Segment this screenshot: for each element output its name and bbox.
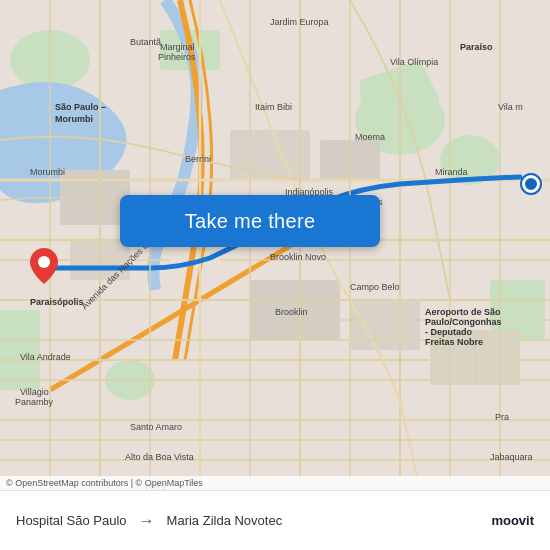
svg-rect-12: [350, 300, 420, 350]
moovit-brand-text: moovit: [491, 513, 534, 528]
svg-text:Pra: Pra: [495, 412, 509, 422]
svg-text:Santo Amaro: Santo Amaro: [130, 422, 182, 432]
svg-text:São Paulo –: São Paulo –: [55, 102, 106, 112]
svg-text:Villagio: Villagio: [20, 387, 49, 397]
origin-dot: [522, 175, 540, 193]
svg-point-52: [38, 256, 50, 268]
svg-text:Miranda: Miranda: [435, 167, 468, 177]
svg-text:Jabaquara: Jabaquara: [490, 452, 533, 462]
svg-text:Marginal: Marginal: [160, 42, 195, 52]
svg-text:Paraíso: Paraíso: [460, 42, 493, 52]
svg-text:Moema: Moema: [355, 132, 385, 142]
svg-text:Butantã: Butantã: [130, 37, 161, 47]
svg-text:Alto da Boa Vista: Alto da Boa Vista: [125, 452, 194, 462]
svg-text:Paulo/Congonhas: Paulo/Congonhas: [425, 317, 502, 327]
svg-text:Campo Belo: Campo Belo: [350, 282, 400, 292]
svg-text:Vila Olímpia: Vila Olímpia: [390, 57, 438, 67]
destination-pin: [30, 248, 58, 282]
svg-text:Aeroporto de São: Aeroporto de São: [425, 307, 501, 317]
map-attribution: © OpenStreetMap contributors | © OpenMap…: [0, 476, 550, 490]
take-me-there-label: Take me there: [185, 210, 316, 233]
svg-text:Berrini: Berrini: [185, 154, 211, 164]
map-view: São Paulo – Morumbi Morumbi Butantã Jard…: [0, 0, 550, 490]
destination-label: Maria Zilda Novotec: [167, 513, 283, 528]
svg-text:Brooklin Novo: Brooklin Novo: [270, 252, 326, 262]
svg-text:Jardim Europa: Jardim Europa: [270, 17, 329, 27]
svg-text:Itaim Bibi: Itaim Bibi: [255, 102, 292, 112]
svg-text:Pinheiros: Pinheiros: [158, 52, 196, 62]
take-me-there-button[interactable]: Take me there: [120, 195, 380, 247]
svg-text:Vila Andrade: Vila Andrade: [20, 352, 71, 362]
svg-text:Paraisópolis: Paraisópolis: [30, 297, 84, 307]
arrow-icon: →: [139, 512, 155, 530]
route-info: Hospital São Paulo → Maria Zilda Novotec…: [16, 512, 534, 530]
svg-rect-9: [230, 130, 310, 180]
svg-rect-8: [0, 310, 40, 390]
svg-text:Morumbi: Morumbi: [55, 114, 93, 124]
svg-text:Vila m: Vila m: [498, 102, 523, 112]
svg-text:Brooklin: Brooklin: [275, 307, 308, 317]
svg-text:Freitas Nobre: Freitas Nobre: [425, 337, 483, 347]
origin-label: Hospital São Paulo: [16, 513, 127, 528]
bottom-bar: Hospital São Paulo → Maria Zilda Novotec…: [0, 490, 550, 550]
svg-text:Panamby: Panamby: [15, 397, 54, 407]
moovit-logo: moovit: [491, 513, 534, 528]
svg-text:Morumbi: Morumbi: [30, 167, 65, 177]
svg-text:- Deputado: - Deputado: [425, 327, 472, 337]
